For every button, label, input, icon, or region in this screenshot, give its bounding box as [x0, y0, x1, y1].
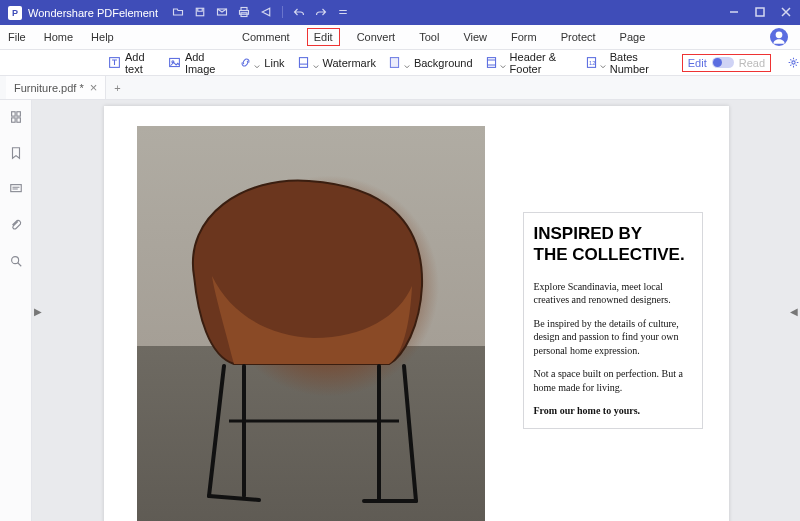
chevron-down-icon: [313, 60, 319, 66]
collapse-right-icon[interactable]: ◀: [790, 305, 798, 316]
attachments-icon[interactable]: [9, 218, 23, 236]
mode-edit-label: Edit: [688, 57, 707, 69]
menu-view[interactable]: View: [456, 28, 494, 46]
settings-gear-icon[interactable]: [787, 56, 800, 70]
separator: [282, 6, 283, 18]
doc-paragraph: From our home to yours.: [534, 404, 692, 418]
document-text-block: INSPIRED BYTHE COLLECTIVE. Explore Scand…: [523, 212, 703, 429]
menu-comment[interactable]: Comment: [235, 28, 297, 46]
doc-paragraph: Explore Scandinavia, meet local creative…: [534, 280, 692, 307]
menu-page[interactable]: Page: [613, 28, 653, 46]
maximize-button[interactable]: [754, 6, 766, 20]
workspace: ▶ ◀ INSPIRED BYTHE COLLECTIVE. Explore S…: [0, 100, 800, 521]
svg-point-16: [792, 61, 795, 64]
add-text-icon: [108, 56, 121, 70]
svg-rect-12: [391, 58, 399, 68]
window-controls: [728, 6, 792, 20]
annotations-icon[interactable]: [9, 182, 23, 200]
menu-tool[interactable]: Tool: [412, 28, 446, 46]
tool-label: Add text: [125, 51, 156, 75]
print-icon[interactable]: [238, 6, 250, 20]
mail-icon[interactable]: [216, 6, 228, 20]
menu-home[interactable]: Home: [44, 31, 73, 43]
minimize-button[interactable]: [728, 6, 740, 20]
tool-header-footer[interactable]: Header & Footer: [485, 51, 573, 75]
watermark-icon: [297, 56, 311, 70]
dropdown-icon[interactable]: [337, 6, 349, 20]
menu-file[interactable]: File: [8, 31, 26, 43]
document-tabbar: Furniture.pdf * × +: [0, 76, 800, 100]
thumbnails-icon[interactable]: [9, 110, 23, 128]
mode-read-label: Read: [739, 57, 765, 69]
save-icon[interactable]: [194, 6, 206, 20]
svg-rect-20: [16, 118, 20, 122]
quick-access-toolbar: [172, 6, 349, 20]
doc-paragraph: Be inspired by the details of culture, d…: [534, 317, 692, 358]
tool-add-text[interactable]: Add text: [108, 51, 156, 75]
tool-label: Add Image: [185, 51, 226, 75]
chevron-down-icon: [500, 60, 506, 66]
edit-toolbar: Add text Add Image Link Watermark Backgr…: [0, 50, 800, 76]
tool-watermark[interactable]: Watermark: [297, 56, 376, 70]
menu-convert[interactable]: Convert: [350, 28, 403, 46]
menu-form[interactable]: Form: [504, 28, 544, 46]
doc-paragraph: Not a space built on perfection. But a h…: [534, 367, 692, 394]
svg-rect-13: [487, 58, 495, 68]
svg-rect-17: [11, 112, 15, 116]
tool-label: Link: [264, 57, 284, 69]
tool-label: Header & Footer: [510, 51, 573, 75]
svg-rect-21: [10, 185, 21, 192]
doc-heading: INSPIRED BYTHE COLLECTIVE.: [534, 223, 692, 266]
tab-title: Furniture.pdf *: [14, 82, 84, 94]
close-button[interactable]: [780, 6, 792, 20]
tool-label: Background: [414, 57, 473, 69]
tool-label: Bates Number: [610, 51, 664, 75]
edit-mode-toggle[interactable]: Edit Read: [682, 54, 771, 72]
header-footer-icon: [485, 56, 498, 70]
menu-protect[interactable]: Protect: [554, 28, 603, 46]
menu-help[interactable]: Help: [91, 31, 114, 43]
svg-point-6: [776, 31, 783, 38]
undo-icon[interactable]: [293, 6, 305, 20]
user-avatar-icon[interactable]: [770, 28, 788, 46]
svg-rect-10: [299, 58, 307, 68]
redo-icon[interactable]: [315, 6, 327, 20]
tool-label: Watermark: [323, 57, 376, 69]
svg-point-22: [11, 257, 18, 264]
app-logo-icon: P: [8, 6, 22, 20]
collapse-left-icon[interactable]: ▶: [34, 305, 42, 316]
new-tab-button[interactable]: +: [106, 82, 128, 94]
tool-add-image[interactable]: Add Image: [168, 51, 226, 75]
search-icon[interactable]: [9, 254, 23, 272]
link-icon: [238, 56, 252, 70]
bates-icon: 12: [585, 56, 598, 70]
tool-background[interactable]: Background: [388, 56, 473, 70]
toggle-switch-icon[interactable]: [712, 57, 734, 68]
chevron-down-icon: [254, 60, 260, 66]
svg-text:12: 12: [589, 60, 595, 66]
svg-rect-18: [16, 112, 20, 116]
open-icon[interactable]: [172, 6, 184, 20]
pdf-page: INSPIRED BYTHE COLLECTIVE. Explore Scand…: [104, 106, 729, 521]
titlebar: P Wondershare PDFelement: [0, 0, 800, 25]
page-canvas[interactable]: ▶ ◀ INSPIRED BYTHE COLLECTIVE. Explore S…: [32, 100, 800, 521]
share-icon[interactable]: [260, 6, 272, 20]
bookmark-icon[interactable]: [9, 146, 23, 164]
menu-edit[interactable]: Edit: [307, 28, 340, 46]
menubar: File Home Help Comment Edit Convert Tool…: [0, 25, 800, 50]
add-image-icon: [168, 56, 181, 70]
chevron-down-icon: [404, 60, 410, 66]
left-sidebar: [0, 100, 32, 521]
svg-rect-19: [11, 118, 15, 122]
document-tab[interactable]: Furniture.pdf * ×: [6, 76, 106, 99]
app-title: Wondershare PDFelement: [28, 7, 158, 19]
svg-rect-5: [756, 8, 764, 16]
chair-graphic: [154, 166, 464, 521]
tool-link[interactable]: Link: [238, 56, 284, 70]
tab-close-icon[interactable]: ×: [90, 81, 98, 94]
background-icon: [388, 56, 402, 70]
tool-bates-number[interactable]: 12 Bates Number: [585, 51, 664, 75]
chevron-down-icon: [600, 60, 606, 66]
